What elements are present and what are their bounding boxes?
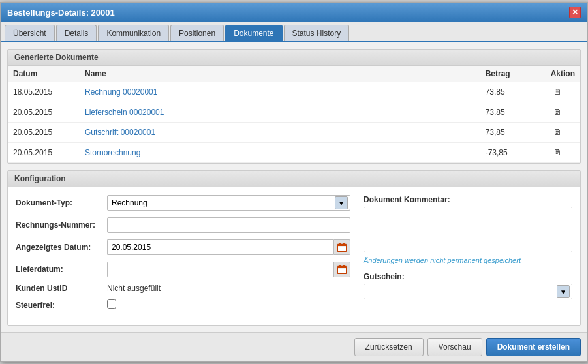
- steuerfrei-control: [107, 299, 350, 311]
- tab-positionen[interactable]: Positionen: [170, 25, 224, 41]
- svg-rect-9: [338, 268, 346, 269]
- kunden-ustid-row: Kunden UstID Nicht ausgefüllt: [16, 284, 350, 293]
- doc-link[interactable]: Lieferschein 00020001: [85, 108, 164, 117]
- dokument-typ-row: Dokument-Typ: Rechnung Lieferschein Guts…: [16, 195, 350, 211]
- gutschein-label: Gutschein:: [364, 272, 572, 281]
- tab-ubersicht[interactable]: Übersicht: [5, 25, 55, 41]
- table-row: 20.05.2015 Gutschrift 00020001 73,85 🖹: [8, 123, 580, 143]
- table-header-row: Datum Name Betrag Aktion: [8, 66, 580, 82]
- cell-betrag: 73,85: [480, 123, 546, 143]
- dokument-kommentar-textarea[interactable]: [364, 207, 572, 252]
- action-icon[interactable]: 🖹: [551, 85, 564, 99]
- angezeigtes-datum-input[interactable]: [107, 239, 333, 255]
- dokument-kommentar-label: Dokument Kommentar:: [364, 195, 572, 204]
- dokument-typ-control: Rechnung Lieferschein Gutschrift Stornor…: [107, 195, 350, 211]
- config-section: Konfiguration Dokument-Typ: Rechnung Lie…: [7, 170, 581, 326]
- rechnungs-nummer-row: Rechnungs-Nummer:: [16, 217, 350, 233]
- dokument-typ-select[interactable]: Rechnung Lieferschein Gutschrift Stornor…: [107, 195, 350, 211]
- steuerfrei-label: Steuerfrei:: [16, 301, 107, 310]
- cell-aktion: 🖹: [546, 123, 580, 143]
- doc-link[interactable]: Rechnung 00020001: [85, 87, 157, 97]
- calendar-icon: [337, 243, 347, 252]
- config-body: Dokument-Typ: Rechnung Lieferschein Guts…: [16, 195, 572, 317]
- main-window: Bestellungs-Details: 20001 ✕ Übersicht D…: [0, 2, 588, 362]
- table-row: 20.05.2015 Stornorechnung -73,85 🖹: [8, 143, 580, 163]
- tab-dokumente[interactable]: Dokumente: [225, 25, 282, 41]
- cell-name[interactable]: Stornorechnung: [80, 143, 480, 163]
- preview-button[interactable]: Vorschau: [427, 338, 482, 356]
- steuerfrei-checkbox[interactable]: [107, 299, 116, 309]
- rechnungs-nummer-label: Rechnungs-Nummer:: [16, 220, 107, 230]
- tab-kommunikation[interactable]: Kommunikation: [98, 25, 169, 41]
- kunden-ustid-value: Nicht ausgefüllt: [107, 284, 350, 293]
- col-header-name: Name: [80, 66, 480, 82]
- docs-table-container: Datum Name Betrag Aktion 18.05.2015 Rech…: [8, 66, 580, 163]
- angezeigtes-datum-calendar-button[interactable]: [333, 239, 350, 255]
- cell-datum: 18.05.2015: [8, 82, 80, 102]
- cell-aktion: 🖹: [546, 102, 580, 123]
- action-icon[interactable]: 🖹: [551, 146, 564, 159]
- generated-docs-section: Generierte Dokumente Datum Name Betrag A…: [7, 49, 581, 164]
- svg-rect-7: [339, 265, 341, 267]
- col-header-datum: Datum: [8, 66, 80, 82]
- cell-betrag: 73,85: [480, 82, 546, 102]
- cell-name[interactable]: Rechnung 00020001: [80, 82, 480, 102]
- footer-buttons: Zurücksetzen Vorschau Dokument erstellen: [1, 332, 587, 361]
- steuerfrei-row: Steuerfrei:: [16, 299, 350, 311]
- doc-link[interactable]: Gutschrift 00020001: [85, 128, 155, 137]
- table-row: 20.05.2015 Lieferschein 00020001 73,85 🖹: [8, 102, 580, 123]
- generated-docs-header: Generierte Dokumente: [8, 50, 580, 66]
- action-icon[interactable]: 🖹: [551, 126, 564, 139]
- dokument-typ-select-wrapper: Rechnung Lieferschein Gutschrift Stornor…: [107, 195, 350, 211]
- svg-rect-2: [339, 243, 341, 245]
- lieferdatum-calendar-button[interactable]: [333, 262, 350, 277]
- create-document-button[interactable]: Dokument erstellen: [486, 338, 581, 356]
- kunden-ustid-text: Nicht ausgefüllt: [107, 284, 161, 293]
- cell-datum: 20.05.2015: [8, 143, 80, 163]
- table-row: 18.05.2015 Rechnung 00020001 73,85 🖹: [8, 82, 580, 102]
- dokument-typ-label: Dokument-Typ:: [16, 198, 107, 207]
- cell-datum: 20.05.2015: [8, 123, 80, 143]
- lieferdatum-row: Lieferdatum:: [16, 262, 350, 277]
- rechnungs-nummer-input[interactable]: [107, 217, 350, 233]
- title-bar: Bestellungs-Details: 20001 ✕: [1, 3, 587, 22]
- action-icon[interactable]: 🖹: [551, 106, 564, 119]
- calendar-icon: [337, 265, 347, 274]
- gutschein-select[interactable]: [364, 284, 572, 299]
- lieferdatum-input[interactable]: [107, 262, 333, 277]
- cell-betrag: -73,85: [480, 143, 546, 163]
- lieferdatum-control: [107, 262, 350, 277]
- cell-aktion: 🖹: [546, 143, 580, 163]
- col-header-betrag: Betrag: [480, 66, 546, 82]
- angezeigtes-datum-row: Angezeigtes Datum:: [16, 239, 350, 255]
- svg-rect-3: [343, 243, 345, 245]
- close-button[interactable]: ✕: [569, 7, 581, 18]
- tab-status-history[interactable]: Status History: [284, 25, 350, 41]
- gutschein-select-wrapper: ▼: [364, 284, 572, 299]
- lieferdatum-label: Lieferdatum:: [16, 265, 107, 274]
- cell-name[interactable]: Gutschrift 00020001: [80, 123, 480, 143]
- cell-name[interactable]: Lieferschein 00020001: [80, 102, 480, 123]
- doc-link[interactable]: Stornorechnung: [85, 148, 140, 157]
- main-content: Generierte Dokumente Datum Name Betrag A…: [1, 42, 587, 332]
- cell-betrag: 73,85: [480, 102, 546, 123]
- hint-text: Änderungen werden nicht permanent gespei…: [364, 256, 572, 264]
- tab-bar: Übersicht Details Kommunikation Position…: [1, 22, 587, 42]
- config-right: Dokument Kommentar: Änderungen werden ni…: [364, 195, 572, 317]
- cell-datum: 20.05.2015: [8, 102, 80, 123]
- docs-table: Datum Name Betrag Aktion 18.05.2015 Rech…: [8, 66, 580, 163]
- reset-button[interactable]: Zurücksetzen: [354, 338, 424, 356]
- angezeigtes-datum-control: [107, 239, 350, 255]
- rechnungs-nummer-control: [107, 217, 350, 233]
- lieferdatum-wrapper: [107, 262, 350, 277]
- tab-details[interactable]: Details: [56, 25, 97, 41]
- svg-rect-4: [338, 246, 346, 247]
- col-header-aktion: Aktion: [546, 66, 580, 82]
- angezeigtes-datum-wrapper: [107, 239, 350, 255]
- window-title: Bestellungs-Details: 20001: [7, 8, 115, 18]
- svg-rect-8: [343, 265, 345, 267]
- config-left: Dokument-Typ: Rechnung Lieferschein Guts…: [16, 195, 350, 317]
- config-header: Konfiguration: [8, 171, 580, 187]
- angezeigtes-datum-label: Angezeigtes Datum:: [16, 243, 107, 252]
- kunden-ustid-label: Kunden UstID: [16, 284, 107, 293]
